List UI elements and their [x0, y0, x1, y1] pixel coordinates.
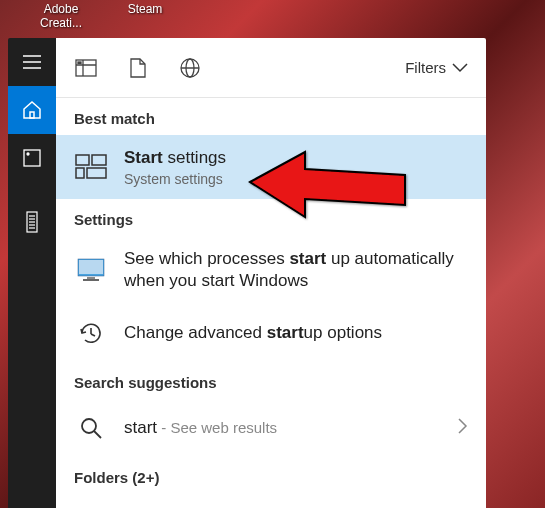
svg-rect-21 — [76, 168, 84, 178]
search-sidebar — [8, 38, 56, 508]
svg-rect-20 — [92, 155, 106, 165]
svg-rect-24 — [79, 260, 103, 274]
svg-point-29 — [82, 419, 96, 433]
svg-rect-3 — [30, 112, 34, 118]
result-text: Change advanced startup options — [124, 322, 468, 344]
svg-rect-15 — [78, 62, 81, 64]
search-panel: Filters Best match Start settings System… — [56, 38, 486, 508]
documents-filter-icon[interactable] — [126, 56, 150, 80]
suggestions-header: Search suggestions — [56, 362, 486, 399]
panel-toolbar: Filters — [56, 38, 486, 98]
hamburger-button[interactable] — [8, 38, 56, 86]
search-icon — [74, 411, 108, 445]
monitor-icon — [74, 253, 108, 287]
tower-button[interactable] — [8, 198, 56, 246]
result-text: See which processes start up automatical… — [124, 248, 468, 292]
svg-rect-22 — [87, 168, 106, 178]
filters-label: Filters — [405, 59, 446, 76]
result-text: start - See web results — [124, 417, 442, 439]
chevron-down-icon — [452, 63, 468, 73]
svg-rect-19 — [76, 155, 89, 165]
svg-line-30 — [94, 431, 101, 438]
chevron-right-icon — [458, 418, 468, 439]
result-text: Start settings System settings — [124, 147, 468, 187]
result-startup-options[interactable]: Change advanced startup options — [56, 304, 486, 362]
start-tiles-icon — [74, 150, 108, 184]
settings-header: Settings — [56, 199, 486, 236]
svg-line-28 — [91, 334, 95, 336]
svg-rect-4 — [24, 150, 40, 166]
apps-button[interactable] — [8, 134, 56, 182]
home-button[interactable] — [8, 86, 56, 134]
result-startup-processes[interactable]: See which processes start up automatical… — [56, 236, 486, 304]
web-filter-icon[interactable] — [178, 56, 202, 80]
apps-filter-icon[interactable] — [74, 56, 98, 80]
result-start-settings[interactable]: Start settings System settings — [56, 135, 486, 199]
result-web-search[interactable]: start - See web results — [56, 399, 486, 457]
svg-rect-25 — [87, 277, 95, 279]
svg-rect-26 — [83, 279, 99, 281]
desktop-icon-steam[interactable]: Steam — [110, 2, 180, 16]
best-match-header: Best match — [56, 98, 486, 135]
history-icon — [74, 316, 108, 350]
filters-dropdown[interactable]: Filters — [405, 59, 468, 76]
svg-point-5 — [27, 153, 29, 155]
desktop-icon-adobe[interactable]: Adobe Creati... — [26, 2, 96, 30]
folders-header[interactable]: Folders (2+) — [56, 457, 486, 494]
